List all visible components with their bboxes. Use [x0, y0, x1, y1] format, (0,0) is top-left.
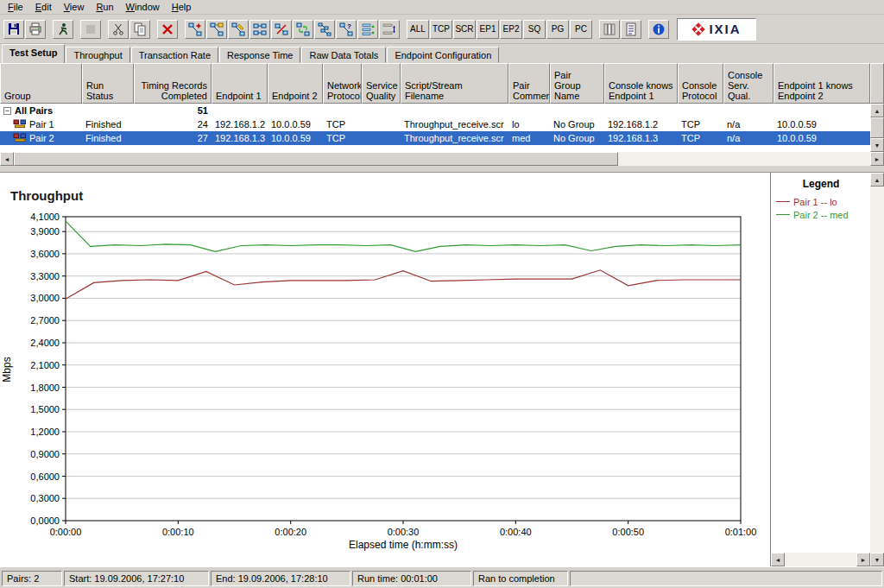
- tab-raw-data-totals[interactable]: Raw Data Totals: [301, 47, 386, 63]
- tab-test-setup[interactable]: Test Setup: [2, 44, 65, 63]
- legend-pane: Legend Pair 1 -- loPair 2 -- med: [770, 173, 884, 566]
- filter-button-all[interactable]: ALL: [407, 20, 429, 39]
- cell-run-status: Finished: [82, 133, 134, 143]
- pairs-table-header: GroupRun StatusTiming Records CompletedE…: [0, 63, 884, 104]
- add-multicast-group-button[interactable]: [206, 20, 227, 39]
- toolbar-separator: [74, 20, 80, 39]
- save-button[interactable]: [3, 20, 24, 39]
- scroll-left-arrow[interactable]: ◄: [771, 553, 785, 566]
- menu-edit[interactable]: Edit: [29, 0, 58, 15]
- replicate-pair-button[interactable]: [314, 20, 335, 39]
- column-header-endpoint1[interactable]: Endpoint 1: [212, 63, 268, 104]
- filter-button-ep1[interactable]: EP1: [477, 20, 499, 39]
- cell-ep1-knows-ep2: 10.0.0.59: [774, 119, 870, 130]
- filter-button-scr[interactable]: SCR: [453, 20, 476, 39]
- svg-text:0:00:20: 0:00:20: [275, 527, 306, 537]
- cell-pair-group: No Group: [550, 119, 604, 130]
- cell-console-sq: n/a: [723, 133, 774, 143]
- scroll-track[interactable]: [785, 553, 856, 566]
- run-test-icon: [56, 22, 70, 36]
- column-header-group[interactable]: Group: [0, 63, 82, 104]
- connect-pairs-button[interactable]: [249, 20, 270, 39]
- column-header-service-quality[interactable]: Service Quality: [362, 63, 401, 104]
- scroll-right-arrow[interactable]: ►: [856, 553, 870, 566]
- all-pairs-row[interactable]: −All Pairs51: [0, 104, 870, 117]
- column-header-network-protocol[interactable]: Network Protocol: [323, 63, 362, 104]
- run-test-button[interactable]: [53, 20, 73, 39]
- print-icon: [28, 22, 42, 36]
- column-header-console-protocol[interactable]: Console Protocol: [678, 63, 723, 104]
- column-header-pair-comment[interactable]: Pair Comment: [508, 63, 550, 104]
- scroll-down-arrow[interactable]: ▼: [870, 553, 884, 566]
- edit-pair-button[interactable]: [228, 20, 249, 39]
- column-header-script[interactable]: Script/Stream Filename: [401, 63, 508, 104]
- menu-run[interactable]: Run: [90, 0, 119, 15]
- column-header-pair-group[interactable]: Pair Group Name: [550, 63, 604, 104]
- column-header-console-sq[interactable]: Console Serv. Qual.: [723, 63, 774, 104]
- filter-button-tcp[interactable]: TCP: [430, 20, 452, 39]
- scroll-track[interactable]: [618, 152, 870, 166]
- splitter[interactable]: [0, 166, 884, 173]
- filter-button-sq[interactable]: SQ: [523, 20, 546, 39]
- report-button[interactable]: [621, 20, 641, 39]
- scroll-left-arrow[interactable]: ◄: [0, 152, 14, 166]
- scroll-down-arrow[interactable]: ▼: [870, 138, 884, 152]
- menu-view[interactable]: View: [58, 0, 91, 15]
- pair-row-pair-1[interactable]: Pair 1Finished24192.168.1.210.0.0.59TCPT…: [0, 117, 870, 131]
- save-icon: [7, 22, 21, 36]
- legend-vertical-scrollbar[interactable]: ▲ ▼: [870, 173, 884, 566]
- scroll-right-arrow[interactable]: ►: [870, 152, 884, 166]
- filter-button-pc[interactable]: PC: [570, 20, 592, 39]
- column-header-run-status[interactable]: Run Status: [82, 63, 134, 104]
- scroll-thumb[interactable]: [870, 117, 884, 138]
- filter-button-ep2[interactable]: EP2: [500, 20, 522, 39]
- disconnect-pairs-button[interactable]: [271, 20, 292, 39]
- swap-pair-rows-button[interactable]: [379, 20, 400, 39]
- add-pair-icon: [188, 22, 202, 36]
- column-header-endpoint2[interactable]: Endpoint 2: [268, 63, 323, 104]
- legend-horizontal-scrollbar[interactable]: ◄ ►: [771, 553, 870, 566]
- all-pairs-label: All Pairs: [15, 105, 53, 116]
- add-pair-button[interactable]: [185, 20, 205, 39]
- pair-row-pair-2[interactable]: Pair 2Finished27192.168.1.310.0.0.59TCPT…: [0, 131, 870, 145]
- menu-file[interactable]: File: [2, 0, 29, 15]
- scroll-track[interactable]: [870, 187, 884, 553]
- table-vertical-scrollbar[interactable]: ▲ ▼: [870, 104, 884, 152]
- cell-ep1-knows-ep2: 10.0.0.59: [774, 133, 870, 143]
- cut-button[interactable]: [108, 20, 129, 39]
- stop-run-button: [80, 20, 101, 39]
- column-header-timing-records[interactable]: Timing Records Completed: [134, 63, 212, 104]
- legend-title: Legend: [771, 178, 871, 190]
- replicate-pair-icon: [318, 22, 332, 36]
- svg-text:2,4000: 2,4000: [30, 338, 60, 348]
- svg-text:0:00:30: 0:00:30: [388, 527, 420, 537]
- collapse-all-pairs-icon[interactable]: −: [3, 107, 11, 115]
- scroll-up-arrow[interactable]: ▲: [870, 104, 884, 117]
- column-header-ep1-knows-ep2[interactable]: Endpoint 1 knows Endpoint 2: [774, 63, 870, 104]
- column-header-console-knows-ep1[interactable]: Console knows Endpoint 1: [604, 63, 678, 104]
- table-horizontal-scrollbar[interactable]: ◄ ►: [0, 152, 884, 166]
- tab-transaction-rate[interactable]: Transaction Rate: [131, 47, 218, 63]
- scroll-up-arrow[interactable]: ▲: [870, 173, 884, 187]
- status-run-result: Ran to completion: [473, 571, 568, 586]
- copy-button[interactable]: [129, 20, 150, 39]
- legend-item-label: Pair 2 -- med: [793, 210, 849, 220]
- column-chooser-button[interactable]: [599, 20, 620, 39]
- menu-window[interactable]: Window: [120, 0, 166, 15]
- chart-panel: Throughput Mbps Elapsed time (h:mm:ss) 4…: [0, 173, 770, 566]
- about-info-button[interactable]: [648, 20, 669, 39]
- swap-pair-rows-icon: [382, 22, 396, 36]
- scroll-thumb[interactable]: [14, 152, 618, 166]
- copy-icon: [133, 22, 147, 36]
- menu-help[interactable]: Help: [166, 0, 198, 15]
- pair-attributes-button[interactable]: ?: [336, 20, 357, 39]
- cell-endpoint2: 10.0.0.59: [268, 119, 323, 130]
- reorder-pairs-button[interactable]: [357, 20, 378, 39]
- delete-button[interactable]: [157, 20, 178, 39]
- tab-throughput[interactable]: Throughput: [66, 47, 129, 63]
- tab-response-time[interactable]: Response Time: [219, 47, 300, 63]
- swap-endpoints-button[interactable]: [293, 20, 313, 39]
- filter-button-pg[interactable]: PG: [546, 20, 569, 39]
- tab-endpoint-configuration[interactable]: Endpoint Configuration: [387, 47, 499, 63]
- print-button[interactable]: [25, 20, 46, 39]
